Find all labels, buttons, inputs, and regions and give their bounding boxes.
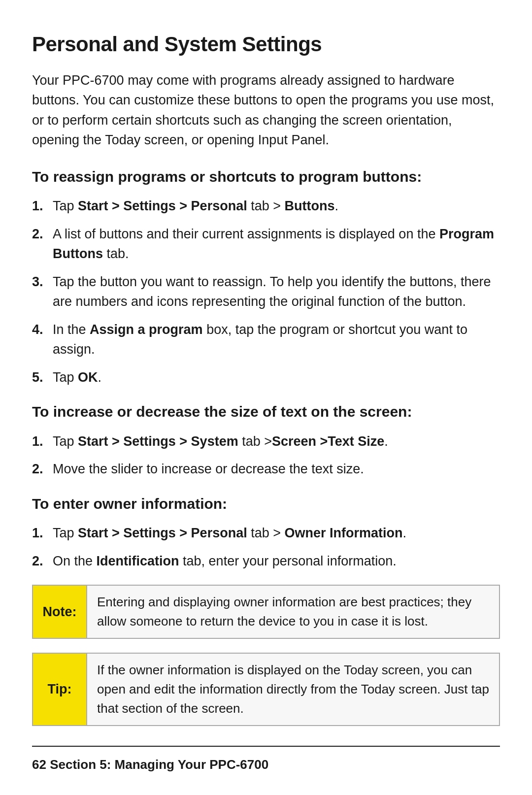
step-3-2: 2. On the Identification tab, enter your… <box>32 551 500 571</box>
step-text: Tap OK. <box>53 367 500 388</box>
step-1-4: 4. In the Assign a program box, tap the … <box>32 320 500 360</box>
step-1-5: 5. Tap OK. <box>32 367 500 388</box>
step-num: 4. <box>32 320 53 340</box>
step-3-1: 1. Tap Start > Settings > Personal tab >… <box>32 523 500 543</box>
section-textsize-heading: To increase or decrease the size of text… <box>32 401 500 423</box>
step-text: A list of buttons and their current assi… <box>53 224 500 264</box>
note-box: Note: Entering and displaying owner info… <box>32 585 500 639</box>
step-num: 2. <box>32 459 53 479</box>
page-title: Personal and System Settings <box>32 30 500 60</box>
step-1-2: 2. A list of buttons and their current a… <box>32 224 500 264</box>
step-text: Tap Start > Settings > System tab >Scree… <box>53 431 500 452</box>
page-footer: 62 Section 5: Managing Your PPC-6700 <box>32 746 500 774</box>
step-num: 5. <box>32 367 53 388</box>
step-num: 2. <box>32 224 53 244</box>
section-reassign-steps: 1. Tap Start > Settings > Personal tab >… <box>32 196 500 387</box>
step-text: Tap Start > Settings > Personal tab > Ow… <box>53 523 500 543</box>
section-textsize-steps: 1. Tap Start > Settings > System tab >Sc… <box>32 431 500 479</box>
step-num: 1. <box>32 431 53 452</box>
step-text: Move the slider to increase or decrease … <box>53 459 500 479</box>
step-num: 2. <box>32 551 53 571</box>
section-reassign-heading: To reassign programs or shortcuts to pro… <box>32 166 500 188</box>
step-text: Tap Start > Settings > Personal tab > Bu… <box>53 196 500 216</box>
section-ownerinfo: To enter owner information: 1. Tap Start… <box>32 493 500 571</box>
note-content: Entering and displaying owner informatio… <box>87 586 499 638</box>
step-num: 3. <box>32 272 53 292</box>
section-ownerinfo-steps: 1. Tap Start > Settings > Personal tab >… <box>32 523 500 571</box>
step-1-3: 3. Tap the button you want to reassign. … <box>32 272 500 312</box>
step-num: 1. <box>32 196 53 216</box>
step-num: 1. <box>32 523 53 543</box>
section-reassign: To reassign programs or shortcuts to pro… <box>32 166 500 388</box>
step-1-1: 1. Tap Start > Settings > Personal tab >… <box>32 196 500 216</box>
intro-paragraph: Your PPC-6700 may come with programs alr… <box>32 70 500 150</box>
tip-label: Tip: <box>33 654 87 725</box>
step-text: Tap the button you want to reassign. To … <box>53 272 500 312</box>
step-text: On the Identification tab, enter your pe… <box>53 551 500 571</box>
tip-box: Tip: If the owner information is display… <box>32 653 500 726</box>
tip-content: If the owner information is displayed on… <box>87 654 499 725</box>
step-text: In the Assign a program box, tap the pro… <box>53 320 500 360</box>
step-2-2: 2. Move the slider to increase or decrea… <box>32 459 500 479</box>
note-label: Note: <box>33 586 87 638</box>
section-textsize: To increase or decrease the size of text… <box>32 401 500 479</box>
section-ownerinfo-heading: To enter owner information: <box>32 493 500 515</box>
step-2-1: 1. Tap Start > Settings > System tab >Sc… <box>32 431 500 452</box>
